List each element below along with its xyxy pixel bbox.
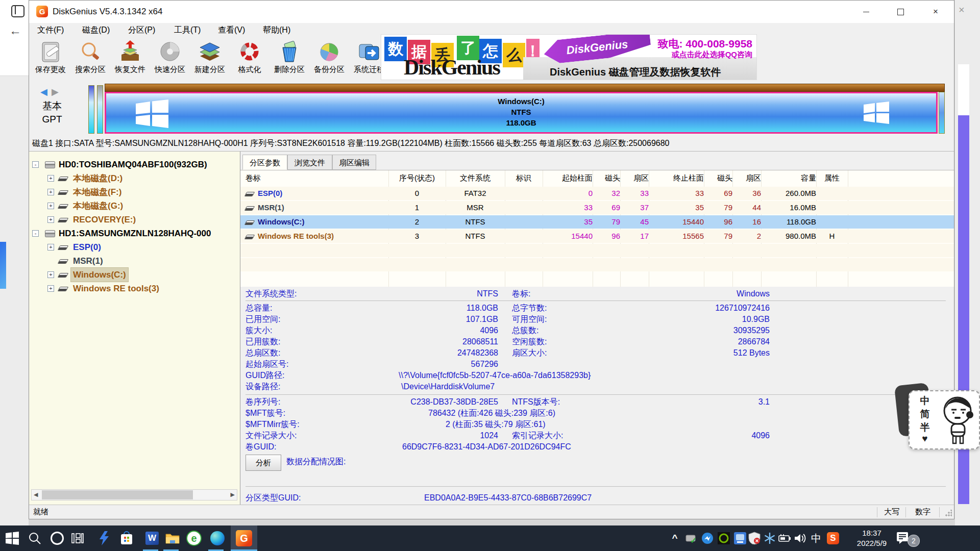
new-partition-button[interactable]: 新建分区 xyxy=(189,39,230,80)
col-start-cyl[interactable]: 起始柱面 xyxy=(543,171,593,185)
col-end-cyl[interactable]: 终止柱面 xyxy=(649,171,704,185)
close-button[interactable]: × xyxy=(921,1,950,23)
back-arrow-icon[interactable]: ← xyxy=(9,23,21,38)
resize-grip[interactable] xyxy=(945,510,952,517)
menu-tools[interactable]: 工具(T) xyxy=(170,24,205,36)
flash-app-icon[interactable] xyxy=(94,525,114,551)
format-button[interactable]: 格式化 xyxy=(229,39,270,80)
col-start-head[interactable]: 磁头 xyxy=(593,171,620,185)
col-start-sector[interactable]: 扇区 xyxy=(620,171,649,185)
snowflake-icon[interactable] xyxy=(762,525,778,551)
expand-icon[interactable]: + xyxy=(47,285,54,292)
ime-language-indicator[interactable]: 中 xyxy=(808,525,824,551)
next-disk-arrow[interactable]: ▶ xyxy=(52,86,59,97)
edge-icon[interactable] xyxy=(207,525,228,551)
tree-item-hd1[interactable]: - HD1:SAMSUNGMZNLN128HAHQ-000 xyxy=(29,227,239,240)
banner-ad[interactable]: 数 据 丢 了 怎 么 ！ DiskGenius DiskGenius 致电: … xyxy=(381,34,757,80)
collapse-icon[interactable]: - xyxy=(32,161,39,168)
ime-char[interactable]: 简 xyxy=(919,408,931,421)
diskgenius-taskbar-button[interactable]: G xyxy=(231,525,257,551)
store-icon[interactable] xyxy=(116,525,137,551)
backup-partition-button[interactable]: 备份分区 xyxy=(309,39,350,80)
expand-icon[interactable]: + xyxy=(47,271,54,278)
recover-files-button[interactable]: 恢复文件 xyxy=(110,39,151,80)
col-end-head[interactable]: 磁头 xyxy=(704,171,732,185)
taskbar-clock[interactable]: 18:37 2022/5/9 xyxy=(851,528,892,548)
esp-partition-strip[interactable] xyxy=(88,85,94,134)
tree-item-windows-re[interactable]: + Windows RE tools(3) xyxy=(29,282,239,295)
menu-view[interactable]: 查看(V) xyxy=(214,24,249,36)
ime-status-panel[interactable]: 中 简 半 ♥ xyxy=(909,390,980,449)
banner-qq-link[interactable]: 或点击此处选择QQ咨询 xyxy=(672,50,752,60)
task-view-button[interactable] xyxy=(67,525,88,551)
scroll-left-arrow[interactable]: ◀ xyxy=(34,491,38,498)
menu-file[interactable]: 文件(F) xyxy=(33,24,68,36)
menu-help[interactable]: 帮助(H) xyxy=(259,24,295,36)
tree-item-recovery-e[interactable]: + RECOVERY(E:) xyxy=(29,213,239,227)
col-filesystem[interactable]: 文件系统 xyxy=(446,171,505,185)
panel-icon[interactable] xyxy=(11,5,24,17)
save-changes-button[interactable]: 保存更改 xyxy=(30,39,71,80)
word-icon[interactable]: W xyxy=(142,525,162,551)
prev-disk-arrow[interactable]: ◀ xyxy=(40,86,47,97)
col-seq-status[interactable]: 序号(状态) xyxy=(388,171,446,185)
expand-icon[interactable]: + xyxy=(47,216,54,223)
ime-char[interactable]: 中 xyxy=(919,394,931,408)
background-close-icon[interactable]: × xyxy=(959,4,965,16)
col-identifier[interactable]: 标识 xyxy=(505,171,543,185)
table-row-windows-c-selected[interactable]: Windows(C:) 2 NTFS 35 79 45 15440 96 16 … xyxy=(240,215,954,229)
quick-partition-button[interactable]: 快速分区 xyxy=(150,39,190,80)
re-tools-partition-strip[interactable] xyxy=(939,92,945,134)
ime-char[interactable]: 半 xyxy=(919,421,931,434)
titlebar[interactable]: G DiskGenius V5.4.3.1342 x64 × xyxy=(29,1,954,23)
ime-heart[interactable]: ♥ xyxy=(919,433,931,444)
table-row-esp[interactable]: ESP(0) 0 FAT32 0 32 33 33 69 36 260.0MB xyxy=(240,187,954,200)
expand-icon[interactable]: + xyxy=(47,189,54,195)
tree-item-hd0[interactable]: - HD0:TOSHIBAMQ04ABF100(932GB) xyxy=(29,158,239,171)
file-explorer-icon[interactable] xyxy=(162,525,183,551)
tray-expand-button[interactable]: ^ xyxy=(667,525,683,551)
tree-item-esp[interactable]: + ESP(0) xyxy=(29,240,239,254)
collapse-icon[interactable]: - xyxy=(32,230,39,237)
volume-icon[interactable] xyxy=(792,525,808,551)
minimize-button[interactable] xyxy=(852,1,880,23)
table-row-windows-re[interactable]: Windows RE tools(3) 3 NTFS 15440 96 17 1… xyxy=(240,230,954,243)
tree-item-windows-c[interactable]: + Windows(C:) xyxy=(29,268,239,282)
expand-icon[interactable]: + xyxy=(47,203,54,209)
col-attributes[interactable]: 属性 xyxy=(816,171,848,185)
col-volume-label[interactable]: 卷标 xyxy=(246,171,386,185)
menu-disk[interactable]: 磁盘(D) xyxy=(78,24,114,36)
tree-item-local-g[interactable]: + 本地磁盘(G:) xyxy=(29,199,239,213)
scroll-right-arrow[interactable]: ▶ xyxy=(231,491,235,498)
tree-item-local-d[interactable]: + 本地磁盘(D:) xyxy=(29,171,239,185)
maximize-button[interactable] xyxy=(886,1,915,23)
start-button[interactable] xyxy=(2,525,22,551)
scrollbar-thumb[interactable] xyxy=(42,490,193,499)
expand-icon[interactable]: + xyxy=(47,175,54,182)
nvidia-icon[interactable] xyxy=(716,525,732,551)
msr-partition-strip[interactable] xyxy=(97,85,103,134)
table-row-msr[interactable]: MSR(1) 1 MSR 33 69 37 35 79 44 16.0MB xyxy=(240,201,954,214)
messenger-icon[interactable] xyxy=(699,525,716,551)
printer-status-icon[interactable]: ✓ xyxy=(683,525,699,551)
defender-icon[interactable] xyxy=(746,525,763,551)
search-button[interactable] xyxy=(24,525,45,551)
delete-partition-button[interactable]: 删除分区 xyxy=(269,39,310,80)
col-end-sector[interactable]: 扇区 xyxy=(732,171,761,185)
tab-partition-params[interactable]: 分区参数 xyxy=(242,155,287,170)
sogou-icon[interactable]: S xyxy=(825,525,841,551)
expand-icon[interactable]: + xyxy=(47,244,54,251)
battery-icon[interactable] xyxy=(777,525,793,551)
tree-item-msr[interactable]: MSR(1) xyxy=(29,254,239,268)
analyze-button[interactable]: 分析 xyxy=(246,455,281,471)
ie-browser-icon[interactable]: e xyxy=(184,525,204,551)
tree-horizontal-scrollbar[interactable]: ◀ ▶ xyxy=(31,489,237,500)
col-capacity[interactable]: 容量 xyxy=(761,171,816,185)
tab-browse-files[interactable]: 浏览文件 xyxy=(287,155,332,170)
search-partition-button[interactable]: 搜索分区 xyxy=(70,39,111,80)
cortana-button[interactable] xyxy=(47,525,67,551)
menu-partition[interactable]: 分区(P) xyxy=(124,24,159,36)
tree-item-local-f[interactable]: + 本地磁盘(F:) xyxy=(29,185,239,199)
tab-sector-edit[interactable]: 扇区编辑 xyxy=(332,155,376,170)
c-partition-block[interactable]: Windows(C:) NTFS 118.0GB xyxy=(105,92,938,134)
